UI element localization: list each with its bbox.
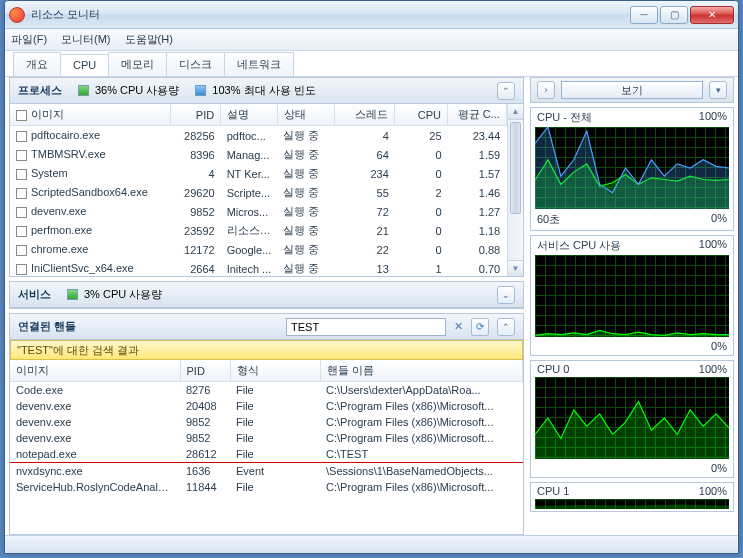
cpu-freq-text: 103% 최대 사용 빈도 [212,83,315,98]
handles-table[interactable]: 이미지 PID 형식 핸들 이름 Code.exe8276FileC:\User… [10,360,523,462]
table-row[interactable]: pdftocairo.exe28256pdftoc...실행 중42523.44 [10,126,523,146]
refresh-button[interactable]: ⟳ [471,318,489,336]
tabbar: 개요 CPU 메모리 디스크 네트워크 [5,51,738,77]
collapse-handles-button[interactable]: ⌃ [497,318,515,336]
row-checkbox[interactable] [16,131,27,142]
chart-pct: 100% [699,485,727,497]
handles-title: 연결된 핸들 [18,319,76,334]
hcol-type[interactable]: 형식 [230,360,320,382]
table-row[interactable]: notepad.exe28612FileC:\TEST [10,446,523,462]
col-avg[interactable]: 평균 C... [448,104,507,126]
row-checkbox[interactable] [16,207,27,218]
right-toolbar: › 보기 ▾ [530,77,734,103]
chart-canvas [535,255,729,337]
view-dropdown-button[interactable]: ▾ [709,81,727,99]
close-button[interactable]: ✕ [690,6,734,24]
hcol-pid[interactable]: PID [180,360,230,382]
tab-disk[interactable]: 디스크 [166,52,225,76]
table-row[interactable]: TMBMSRV.exe8396Manag...실행 중6401.59 [10,145,523,164]
handles-table-2[interactable]: nvxdsync.exe1636Event\Sessions\1\BaseNam… [10,463,523,495]
table-row[interactable]: ScriptedSandbox64.exe29620Scripte...실행 중… [10,183,523,202]
expand-services-button[interactable]: ⌄ [497,286,515,304]
select-all-checkbox[interactable] [16,110,27,121]
hcol-image[interactable]: 이미지 [10,360,180,382]
row-checkbox[interactable] [16,245,27,256]
chart-pct: 100% [699,238,727,253]
services-panel: 서비스 3% CPU 사용량 ⌄ [9,281,524,309]
chart-foot-right: 0% [711,212,727,227]
table-row[interactable]: ServiceHub.RoslynCodeAnalysisS...11844Fi… [10,479,523,495]
tab-cpu[interactable]: CPU [60,54,109,76]
tab-network[interactable]: 네트워크 [224,52,294,76]
handles-search-input[interactable] [286,318,446,336]
table-row[interactable]: Code.exe8276FileC:\Users\dexter\AppData\… [10,382,523,399]
menu-file[interactable]: 파일(F) [11,32,47,47]
menubar: 파일(F) 모니터(M) 도움말(H) [5,29,738,51]
svc-usage-text: 3% CPU 사용량 [84,287,162,302]
hcol-name[interactable]: 핸들 이름 [320,360,523,382]
view-button[interactable]: 보기 [561,81,703,99]
col-image: 이미지 [10,104,170,126]
cpu-freq-icon [195,85,206,96]
row-checkbox[interactable] [16,169,27,180]
col-cpu[interactable]: CPU [395,104,448,126]
chart-foot-left: 60초 [537,212,560,227]
chart-canvas [535,377,729,459]
table-row[interactable]: System4NT Ker...실행 중23401.57 [10,164,523,183]
scroll-up-button[interactable]: ▲ [508,104,523,120]
col-desc[interactable]: 설명 [221,104,278,126]
chart-foot-right: 0% [711,340,727,352]
col-status[interactable]: 상태 [277,104,334,126]
row-checkbox[interactable] [16,264,27,275]
processes-table[interactable]: 이미지 PID 설명 상태 스레드 CPU 평균 C... pdftocairo… [10,104,523,276]
chart-title: CPU 1 [537,485,569,497]
tab-memory[interactable]: 메모리 [108,52,167,76]
row-checkbox[interactable] [16,150,27,161]
row-checkbox[interactable] [16,188,27,199]
processes-scrollbar[interactable]: ▲ ▼ [507,104,523,276]
chart-box: CPU 0100% 0% [530,360,734,478]
cpu-usage-text: 36% CPU 사용량 [95,83,179,98]
titlebar[interactable]: 리소스 모니터 ─ ▢ ✕ [5,1,738,29]
menu-help[interactable]: 도움말(H) [125,32,173,47]
chart-box: CPU 1100% [530,482,734,512]
clear-search-icon[interactable]: ✕ [454,320,463,333]
table-row[interactable]: IniClientSvc_x64.exe2664Initech ...실행 중1… [10,259,523,276]
app-window: 리소스 모니터 ─ ▢ ✕ 파일(F) 모니터(M) 도움말(H) 개요 CPU… [4,0,739,554]
cpu-usage-icon [78,85,89,96]
row-checkbox[interactable] [16,226,27,237]
chart-box: 서비스 CPU 사용100% 0% [530,235,734,356]
chart-canvas [535,127,729,209]
col-pid[interactable]: PID [170,104,221,126]
table-row[interactable]: nvxdsync.exe1636Event\Sessions\1\BaseNam… [10,463,523,479]
table-row[interactable]: devenv.exe9852Micros...실행 중7201.27 [10,202,523,221]
search-result-banner: "TEST"에 대한 검색 결과 [10,340,523,360]
services-title: 서비스 [18,287,51,302]
collapse-processes-button[interactable]: ⌃ [497,82,515,100]
handles-header[interactable]: 연결된 핸들 ✕ ⟳ ⌃ [10,314,523,340]
app-icon [9,7,25,23]
chart-pct: 100% [699,363,727,375]
services-header[interactable]: 서비스 3% CPU 사용량 ⌄ [10,282,523,308]
chart-title: CPU - 전체 [537,110,592,125]
svc-usage-icon [67,289,78,300]
menu-monitor[interactable]: 모니터(M) [61,32,111,47]
tab-overview[interactable]: 개요 [13,52,61,76]
handles-panel: 연결된 핸들 ✕ ⟳ ⌃ "TEST"에 대한 검색 결과 이미지 PID 형식… [9,313,524,535]
processes-header[interactable]: 프로세스 36% CPU 사용량 103% 최대 사용 빈도 ⌃ [10,78,523,104]
chart-canvas [535,499,729,509]
maximize-button[interactable]: ▢ [660,6,688,24]
table-row[interactable]: chrome.exe12172Google...실행 중2200.88 [10,240,523,259]
table-row[interactable]: devenv.exe9852FileC:\Program Files (x86)… [10,430,523,446]
table-row[interactable]: devenv.exe20408FileC:\Program Files (x86… [10,398,523,414]
col-threads[interactable]: 스레드 [334,104,395,126]
scroll-down-button[interactable]: ▼ [508,260,523,276]
chart-title: 서비스 CPU 사용 [537,238,621,253]
chart-pct: 100% [699,110,727,125]
collapse-charts-button[interactable]: › [537,81,555,99]
table-row[interactable]: perfmon.exe23592리소스 ...실행 중2101.18 [10,221,523,240]
minimize-button[interactable]: ─ [630,6,658,24]
processes-title: 프로세스 [18,83,62,98]
scroll-thumb[interactable] [510,122,521,214]
table-row[interactable]: devenv.exe9852FileC:\Program Files (x86)… [10,414,523,430]
